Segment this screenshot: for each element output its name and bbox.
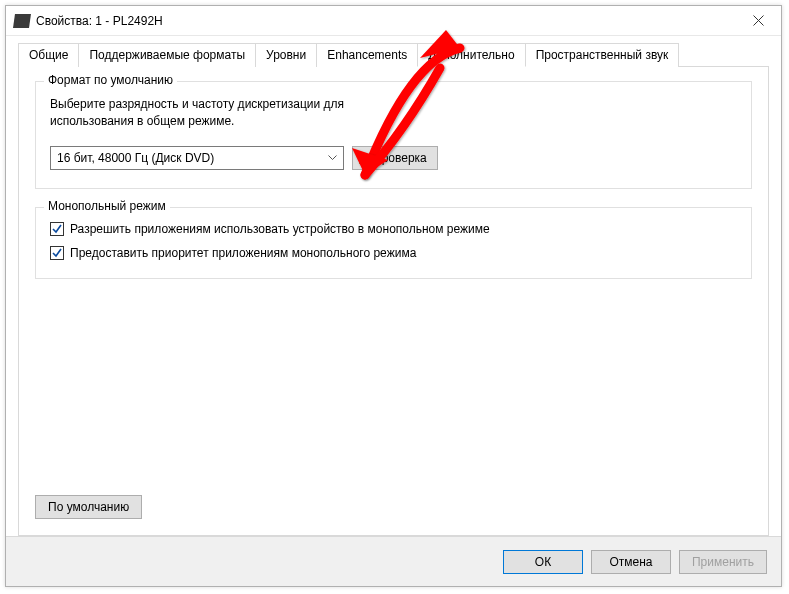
chevron-down-icon xyxy=(328,152,337,163)
default-format-row: 16 бит, 48000 Гц (Диск DVD) Проверка xyxy=(50,146,737,170)
tab-supported-formats[interactable]: Поддерживаемые форматы xyxy=(78,43,256,67)
apply-button[interactable]: Применить xyxy=(679,550,767,574)
group-exclusive-mode: Монопольный режим Разрешить приложениям … xyxy=(35,207,752,279)
checkbox-allow-exclusive[interactable] xyxy=(50,222,64,236)
monitor-icon xyxy=(13,14,31,28)
group-exclusive-mode-legend: Монопольный режим xyxy=(44,199,170,213)
tab-spatial-sound[interactable]: Пространственный звук xyxy=(525,43,680,67)
content-area: Общие Поддерживаемые форматы Уровни Enha… xyxy=(6,36,781,536)
checkbox-priority-label: Предоставить приоритет приложениям моноп… xyxy=(70,246,416,260)
test-button-label: Проверка xyxy=(373,151,427,165)
defaults-row: По умолчанию xyxy=(35,495,142,519)
checkbox-priority[interactable] xyxy=(50,246,64,260)
test-button[interactable]: Проверка xyxy=(352,146,438,170)
play-icon xyxy=(359,152,369,164)
format-select-value: 16 бит, 48000 Гц (Диск DVD) xyxy=(57,151,214,165)
cancel-button[interactable]: Отмена xyxy=(591,550,671,574)
restore-defaults-button[interactable]: По умолчанию xyxy=(35,495,142,519)
format-select[interactable]: 16 бит, 48000 Гц (Диск DVD) xyxy=(50,146,344,170)
properties-window: Свойства: 1 - PL2492H Общие Поддерживаем… xyxy=(5,5,782,587)
group-default-format: Формат по умолчанию Выберите разрядность… xyxy=(35,81,752,189)
close-icon xyxy=(753,15,764,26)
checkbox-row-priority: Предоставить приоритет приложениям моноп… xyxy=(50,246,737,260)
window-title: Свойства: 1 - PL2492H xyxy=(36,14,736,28)
tab-levels[interactable]: Уровни xyxy=(255,43,317,67)
tab-pane-advanced: Формат по умолчанию Выберите разрядность… xyxy=(18,67,769,536)
close-button[interactable] xyxy=(736,6,781,36)
tab-enhancements[interactable]: Enhancements xyxy=(316,43,418,67)
tab-strip: Общие Поддерживаемые форматы Уровни Enha… xyxy=(18,42,769,67)
tab-general[interactable]: Общие xyxy=(18,43,79,67)
titlebar: Свойства: 1 - PL2492H xyxy=(6,6,781,36)
checkbox-row-allow-exclusive: Разрешить приложениям использовать устро… xyxy=(50,222,737,236)
dialog-button-bar: ОК Отмена Применить xyxy=(6,536,781,586)
ok-button[interactable]: ОК xyxy=(503,550,583,574)
group-default-format-legend: Формат по умолчанию xyxy=(44,73,177,87)
checkbox-allow-exclusive-label: Разрешить приложениям использовать устро… xyxy=(70,222,490,236)
default-format-description: Выберите разрядность и частоту дискретиз… xyxy=(50,96,420,130)
tab-advanced[interactable]: Дополнительно xyxy=(417,43,525,67)
